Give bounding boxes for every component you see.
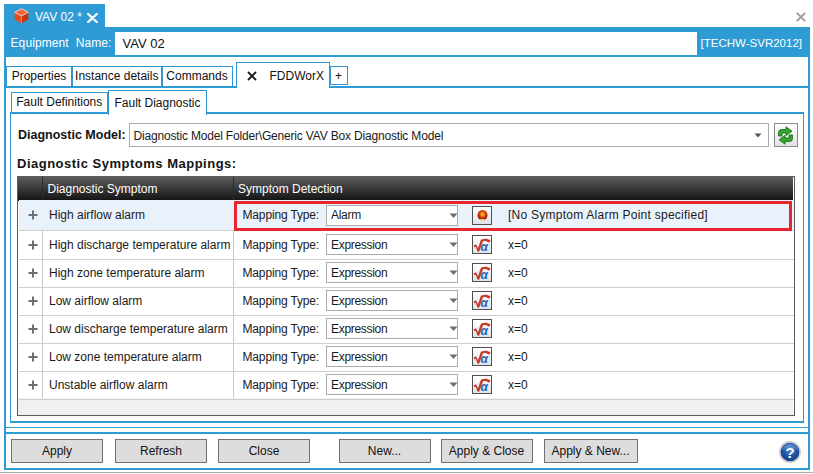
svg-text:?: ?	[785, 443, 794, 460]
